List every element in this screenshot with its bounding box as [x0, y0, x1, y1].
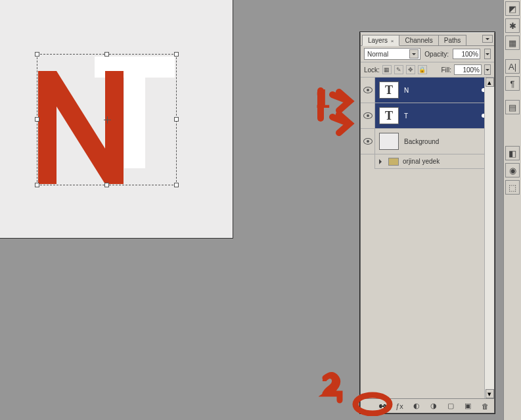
lock-all-icon[interactable]: 🔒 [418, 65, 427, 74]
folder-icon [388, 158, 399, 166]
fill-input[interactable]: 100% [454, 64, 482, 75]
link-layers-button[interactable] [376, 401, 389, 411]
raster-layer-thumb [379, 133, 399, 150]
layer-row[interactable]: Background [361, 129, 494, 154]
layer-list: T N T T [361, 78, 494, 398]
fill-value: 100% [463, 66, 480, 74]
scroll-down-icon[interactable]: ▾ [486, 389, 494, 398]
blend-mode-value: Normal [367, 51, 388, 58]
disclosure-triangle-icon[interactable] [379, 159, 384, 164]
lock-position-icon[interactable]: ✥ [406, 65, 415, 74]
visibility-toggle[interactable] [361, 103, 375, 128]
delete-layer-button[interactable]: 🗑 [478, 401, 491, 411]
text-layer-thumb-icon: T [379, 82, 399, 99]
panel-tabs: Layers × Channels Paths [361, 33, 494, 46]
styles-panel-icon[interactable]: ◧ [505, 146, 520, 160]
tab-layers-label: Layers [368, 37, 388, 44]
transform-handle-w[interactable] [35, 117, 39, 122]
transform-handle-ne[interactable] [174, 52, 179, 57]
layer-group-row[interactable]: orjinal yedek [361, 154, 494, 169]
right-toolbar: ◩ ✱ ▦ A| ¶ ▤ ◧ ◉ ⬚ [503, 0, 521, 420]
annotation-one-label: 1 [315, 84, 330, 114]
panel-lock-row: Lock: ▦ ✎ ✥ 🔒 Fill: 100% [361, 62, 494, 78]
visibility-toggle[interactable] [361, 154, 375, 169]
blend-mode-select[interactable]: Normal [364, 48, 420, 60]
panel-menu-button[interactable] [482, 35, 493, 43]
swatches-panel-icon[interactable]: ◉ [505, 163, 520, 177]
scroll-up-icon[interactable]: ▴ [486, 78, 494, 87]
layer-name[interactable]: T [404, 112, 474, 120]
new-group-button[interactable]: ▢ [444, 401, 457, 411]
tab-channels-label: Channels [405, 37, 432, 44]
annotation-one [307, 85, 360, 138]
info-panel-icon[interactable]: ▦ [505, 35, 520, 50]
transform-bounding-box[interactable] [37, 54, 177, 185]
layer-row[interactable]: T T [361, 103, 494, 129]
tab-paths[interactable]: Paths [438, 35, 467, 45]
chevron-down-icon [409, 49, 419, 58]
opacity-input[interactable]: 100% [453, 49, 480, 59]
annotation-two-label: 2 [321, 369, 337, 402]
layers-panel-footer: ƒx ◐ ◑ ▢ ▣ 🗑 [361, 398, 494, 413]
paragraph-panel-icon[interactable]: ¶ [505, 76, 520, 91]
eye-icon [363, 112, 373, 119]
layer-style-button[interactable]: ƒx [393, 401, 406, 411]
eye-icon [363, 138, 373, 145]
visibility-toggle[interactable] [361, 129, 375, 154]
layers-panel-icon[interactable]: ▤ [505, 100, 520, 114]
layer-name[interactable]: Background [404, 138, 490, 145]
transform-handle-s[interactable] [104, 183, 109, 187]
scroll-track[interactable] [485, 87, 494, 389]
lock-pixels-icon[interactable]: ✎ [394, 65, 403, 74]
layers-scrollbar[interactable]: ▴ ▾ [484, 78, 494, 398]
transform-handle-nw[interactable] [35, 52, 39, 57]
opacity-arrow-icon[interactable] [484, 49, 491, 59]
fill-arrow-icon[interactable] [484, 64, 491, 75]
navigator-panel-icon[interactable]: ◩ [505, 1, 520, 16]
histogram-panel-icon[interactable]: ✱ [505, 18, 520, 33]
opacity-value: 100% [461, 51, 478, 58]
visibility-toggle[interactable] [361, 78, 375, 103]
lock-transparency-icon[interactable]: ▦ [382, 65, 392, 74]
layers-panel: Layers × Channels Paths Normal Opacity: … [360, 32, 495, 413]
layer-mask-button[interactable]: ◐ [410, 401, 423, 411]
adjustment-layer-button[interactable]: ◑ [427, 401, 440, 411]
opacity-label: Opacity: [424, 51, 449, 58]
tab-layers[interactable]: Layers × [362, 35, 399, 46]
transform-handle-n[interactable] [104, 52, 109, 57]
tab-channels[interactable]: Channels [399, 35, 438, 45]
transform-center-icon[interactable] [104, 116, 111, 124]
eye-icon [363, 87, 373, 93]
transform-handle-e[interactable] [174, 117, 179, 122]
lock-label: Lock: [364, 66, 380, 74]
close-tab-icon[interactable]: × [391, 38, 394, 44]
tab-paths-label: Paths [444, 37, 461, 44]
layer-name[interactable]: N [404, 87, 474, 94]
document-canvas[interactable] [0, 0, 233, 239]
text-layer-thumb-icon: T [379, 107, 399, 124]
group-name[interactable]: orjinal yedek [403, 158, 490, 165]
actions-panel-icon[interactable]: ⬚ [505, 180, 520, 195]
layer-row[interactable]: T N [361, 78, 494, 103]
transform-handle-sw[interactable] [35, 183, 39, 187]
panel-blend-row: Normal Opacity: 100% [361, 46, 494, 62]
fill-label: Fill: [441, 66, 451, 74]
character-panel-icon[interactable]: A| [505, 59, 520, 74]
transform-handle-se[interactable] [174, 183, 179, 187]
new-layer-button[interactable]: ▣ [461, 401, 474, 411]
